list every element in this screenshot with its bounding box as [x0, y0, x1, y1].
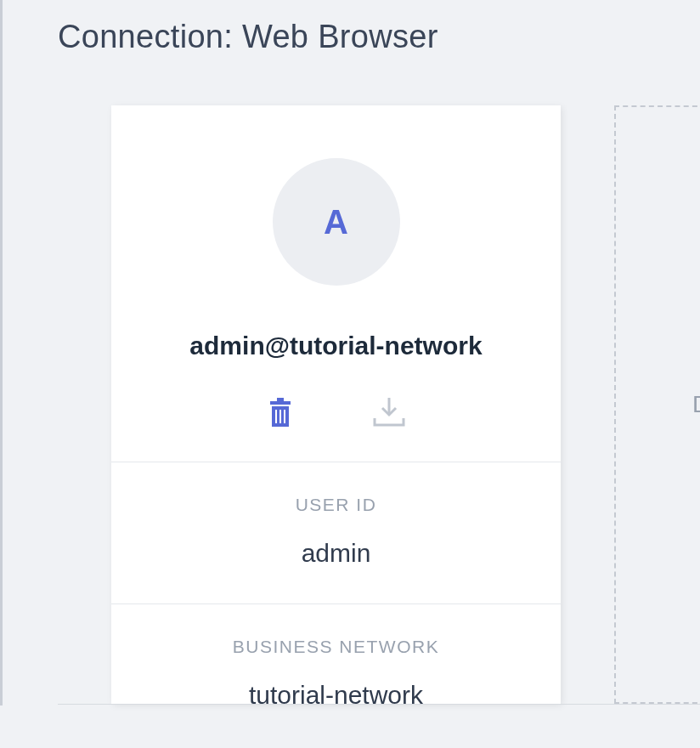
svg-rect-4	[279, 410, 281, 423]
drop-zone[interactable]: D	[614, 105, 700, 704]
business-network-section: BUSINESS NETWORK tutorial-network	[111, 604, 561, 745]
business-network-value: tutorial-network	[111, 681, 561, 710]
identity-name: admin@tutorial-network	[111, 332, 561, 360]
svg-rect-3	[275, 410, 277, 423]
svg-rect-0	[270, 401, 291, 405]
svg-rect-1	[277, 398, 284, 401]
business-network-label: BUSINESS NETWORK	[111, 637, 561, 657]
identity-card: A admin@tutorial-network	[111, 105, 561, 704]
download-button[interactable]	[373, 398, 405, 429]
drop-zone-text: D	[692, 391, 700, 418]
avatar: A	[273, 158, 400, 286]
trash-icon	[268, 398, 293, 429]
card-header: A admin@tutorial-network	[111, 105, 561, 462]
user-id-section: USER ID admin	[111, 462, 561, 604]
delete-button[interactable]	[268, 398, 293, 429]
avatar-initial: A	[324, 203, 348, 241]
left-border	[0, 0, 3, 706]
svg-rect-5	[284, 410, 285, 423]
card-actions	[111, 398, 561, 429]
page-title: Connection: Web Browser	[58, 19, 438, 55]
user-id-label: USER ID	[111, 495, 561, 515]
bottom-divider	[58, 704, 700, 705]
download-icon	[373, 398, 405, 429]
user-id-value: admin	[111, 539, 561, 568]
